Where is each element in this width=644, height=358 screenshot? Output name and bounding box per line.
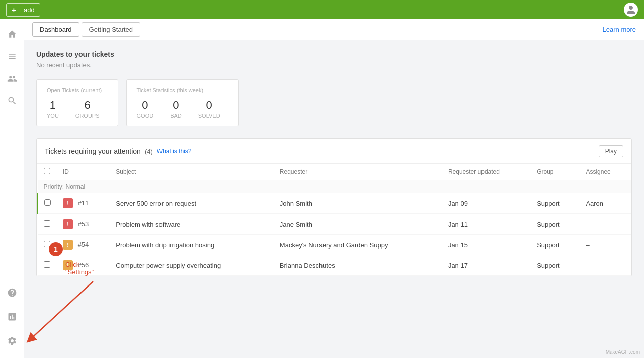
topbar-right: [624, 3, 638, 17]
what-is-this-link[interactable]: What is this?: [157, 148, 192, 155]
tabbar: Dashboard Getting Started Learn more: [24, 19, 644, 40]
priority-label: Priority: Normal: [38, 180, 632, 194]
col-subject: Subject: [110, 164, 274, 180]
ticket-group: Support: [531, 255, 580, 276]
stat-solved: 0 SOLVED: [190, 99, 228, 119]
row-checkbox[interactable]: [44, 220, 50, 227]
col-requester-updated: Requester updated: [442, 164, 531, 180]
ticket-group: Support: [531, 214, 580, 235]
ticket-stats-items: 0 GOOD 0 BAD 0 SOLVED: [137, 99, 228, 119]
watermark: MakeAGIF.com: [606, 349, 640, 355]
col-id: ID: [57, 164, 110, 180]
open-tickets-groups: 6 GROUPS: [67, 99, 108, 119]
tab-dashboard[interactable]: Dashboard: [32, 22, 79, 37]
open-tickets-section: Open Tickets (current) 1 YOU 6 GROUPS: [36, 79, 118, 126]
priority-group-row: Priority: Normal: [38, 180, 632, 194]
row-checkbox[interactable]: [44, 241, 50, 247]
stats-row: Open Tickets (current) 1 YOU 6 GROUPS: [36, 79, 632, 126]
ticket-stats-section: Ticket Statistics (this week) 0 GOOD 0 B…: [126, 79, 239, 126]
tickets-tbody: Priority: Normal ! #11 Server 500 error …: [38, 180, 632, 276]
content-area: Updates to your tickets No recent update…: [24, 40, 644, 287]
sidebar-bottom: [2, 282, 22, 353]
ticket-subject[interactable]: Problem with drip irrigation hosing: [110, 235, 274, 255]
ticket-id[interactable]: #53: [78, 220, 89, 228]
open-tickets-stats: 1 YOU 6 GROUPS: [47, 99, 108, 119]
plus-icon: +: [12, 6, 16, 14]
row-id: ! #56: [57, 255, 110, 276]
row-checkbox[interactable]: [44, 199, 51, 206]
sidebar-item-tickets[interactable]: [2, 46, 22, 66]
tickets-section: Tickets requiring your attention (4) Wha…: [36, 138, 632, 276]
open-tickets-header: Open Tickets (current) 1 YOU 6 GROUPS: [47, 87, 108, 119]
ticket-id[interactable]: #56: [78, 261, 89, 269]
sidebar-item-help[interactable]: [2, 282, 22, 303]
priority-badge[interactable]: !: [63, 198, 73, 208]
updates-title: Updates to your tickets: [36, 50, 632, 58]
main-content: Dashboard Getting Started Learn more Upd…: [24, 19, 644, 358]
sidebar-item-search[interactable]: [2, 91, 22, 111]
open-tickets-you: 1 YOU: [47, 99, 67, 119]
sidebar: [0, 19, 24, 358]
table-header-row: ID Subject Requester Requester updated G…: [38, 164, 632, 180]
tab-getting-started[interactable]: Getting Started: [82, 22, 140, 37]
add-label: + add: [18, 6, 35, 14]
ticket-id[interactable]: #11: [78, 199, 89, 207]
ticket-date: Jan 09: [442, 193, 531, 214]
ticket-stats-header: Ticket Statistics (this week) 0 GOOD 0 B…: [137, 87, 228, 119]
open-tickets-title: Open Tickets (current): [47, 87, 108, 94]
row-checkbox[interactable]: [44, 261, 50, 268]
ticket-subject[interactable]: Computer power supply overheating: [110, 255, 274, 276]
ticket-requester: John Smith: [274, 193, 442, 214]
col-requester: Requester: [274, 164, 442, 180]
sidebar-item-contacts[interactable]: [2, 68, 22, 89]
tickets-title: Tickets requiring your attention: [45, 147, 141, 155]
priority-badge[interactable]: !: [63, 219, 73, 229]
ticket-subject[interactable]: Server 500 error on request: [110, 193, 274, 214]
sidebar-item-settings[interactable]: [2, 331, 22, 351]
row-id: ! #11: [57, 193, 110, 214]
tickets-header-left: Tickets requiring your attention (4) Wha…: [45, 147, 192, 155]
sidebar-item-home[interactable]: [2, 24, 22, 44]
sidebar-item-reports[interactable]: [2, 307, 22, 327]
play-button[interactable]: Play: [599, 145, 623, 157]
stat-bad: 0 BAD: [162, 99, 190, 119]
ticket-assignee: Aaron: [580, 193, 631, 214]
table-row[interactable]: ! #56 Computer power supply overheating …: [38, 255, 632, 276]
row-checkbox-cell: [38, 214, 57, 235]
ticket-group: Support: [531, 235, 580, 255]
ticket-requester: Mackey's Nursery and Garden Suppy: [274, 235, 442, 255]
ticket-date: Jan 17: [442, 255, 531, 276]
learn-more-link[interactable]: Learn more: [603, 26, 636, 33]
add-button[interactable]: + + add: [6, 3, 40, 17]
ticket-date: Jan 11: [442, 214, 531, 235]
col-checkbox: [38, 164, 57, 180]
row-checkbox-cell: [38, 255, 57, 276]
ticket-requester: Jane Smith: [274, 214, 442, 235]
priority-badge[interactable]: !: [63, 260, 73, 270]
ticket-requester: Brianna Deschutes: [274, 255, 442, 276]
priority-badge[interactable]: !: [63, 240, 73, 250]
table-row[interactable]: ! #54 Problem with drip irrigation hosin…: [38, 235, 632, 255]
avatar[interactable]: [624, 3, 638, 17]
stat-good: 0 GOOD: [137, 99, 163, 119]
tickets-count: (4): [145, 148, 153, 155]
select-all-checkbox[interactable]: [44, 168, 50, 174]
col-assignee: Assignee: [580, 164, 631, 180]
ticket-id[interactable]: #54: [78, 241, 89, 248]
ticket-assignee: –: [580, 255, 631, 276]
row-id: ! #54: [57, 235, 110, 255]
updates-message: No recent updates.: [36, 61, 632, 69]
tickets-header: Tickets requiring your attention (4) Wha…: [37, 139, 631, 164]
tickets-table: ID Subject Requester Requester updated G…: [37, 164, 631, 276]
table-row[interactable]: ! #11 Server 500 error on request John S…: [38, 193, 632, 214]
topbar: + + add: [0, 0, 644, 19]
ticket-assignee: –: [580, 235, 631, 255]
row-checkbox-cell: [38, 193, 57, 214]
ticket-date: Jan 15: [442, 235, 531, 255]
updates-panel: Updates to your tickets No recent update…: [36, 50, 632, 69]
ticket-subject[interactable]: Problem with software: [110, 214, 274, 235]
tabbar-left: Dashboard Getting Started: [32, 22, 140, 37]
row-id: ! #53: [57, 214, 110, 235]
table-row[interactable]: ! #53 Problem with software Jane Smith J…: [38, 214, 632, 235]
ticket-group: Support: [531, 193, 580, 214]
